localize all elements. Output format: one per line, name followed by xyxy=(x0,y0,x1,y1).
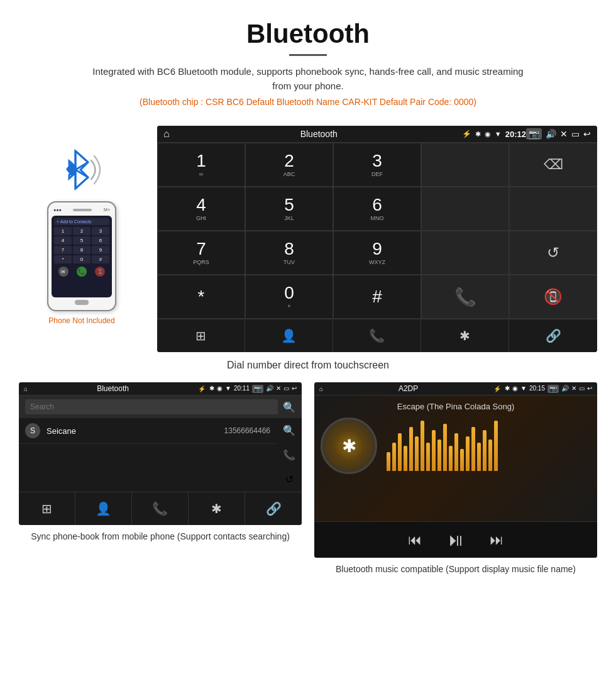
key-call-red[interactable]: 📵 xyxy=(509,275,597,319)
music-home-icon: ⌂ xyxy=(319,385,323,392)
visualizer-bar xyxy=(449,446,453,471)
key-redial[interactable]: ↺ xyxy=(509,231,597,275)
home-icon: ⌂ xyxy=(163,128,170,140)
music-controls: ⏮ ⏯ ⏭ xyxy=(314,521,597,558)
play-pause-button[interactable]: ⏯ xyxy=(447,529,465,550)
pb-bn-call[interactable]: 📞 xyxy=(132,492,189,525)
visualizer-bar xyxy=(421,421,424,471)
pb-side-search-icon[interactable]: 🔍 xyxy=(283,424,295,436)
back-icon: ↩ xyxy=(583,129,591,139)
key-5[interactable]: 5JKL xyxy=(245,187,333,231)
dialpad-grid: 1∞ 2ABC 3DEF ⌫ 4GHI 5JKL 6MNO xyxy=(157,143,597,319)
visualizer-bar xyxy=(471,427,475,471)
key-6[interactable]: 6MNO xyxy=(333,187,421,231)
music-back-icon: ↩ xyxy=(587,385,592,393)
dialpad-screen-title: Bluetooth xyxy=(176,129,462,139)
pb-search-bar: 🔍 xyxy=(19,396,302,418)
key-9[interactable]: 9WXYZ xyxy=(333,231,421,275)
phone-not-included-label: Phone Not Included xyxy=(48,316,114,325)
phone-illustration: ⬧ ●●● M> xyxy=(19,126,145,325)
key-2[interactable]: 2ABC xyxy=(245,143,333,187)
phonebook-screenshot-wrap: ⌂ Bluetooth ⚡ ✱ ◉ ▼ 20:11 📷 🔊 ✕ ▭ ↩ xyxy=(19,382,302,576)
visualizer-bar xyxy=(404,446,407,471)
key-4[interactable]: 4GHI xyxy=(157,187,245,231)
key-0[interactable]: 0+ xyxy=(245,275,333,319)
visualizer-bar xyxy=(477,443,481,471)
key-star[interactable]: * xyxy=(157,275,245,319)
music-usb-icon: ⚡ xyxy=(493,385,501,392)
phonebook-screen: ⌂ Bluetooth ⚡ ✱ ◉ ▼ 20:11 📷 🔊 ✕ ▭ ↩ xyxy=(19,382,302,525)
contact-phone: 13566664466 xyxy=(224,426,270,435)
bn-contacts-icon[interactable]: 👤 xyxy=(245,319,333,352)
pb-bn-dialpad[interactable]: ⊞ xyxy=(19,492,75,525)
bn-link-icon[interactable]: 🔗 xyxy=(509,319,597,352)
visualizer-bar xyxy=(392,443,396,471)
pb-bn-link[interactable]: 🔗 xyxy=(245,492,302,525)
main-section: ⬧ ●●● M> xyxy=(0,126,616,352)
pb-bottom-nav: ⊞ 👤 📞 ✱ 🔗 xyxy=(19,492,302,525)
pb-screen-title: Bluetooth xyxy=(31,384,194,393)
pb-cam-icon: 📷 xyxy=(252,385,263,393)
key-call-green[interactable]: 📞 xyxy=(421,275,509,319)
visualizer-bar xyxy=(409,427,413,471)
key-empty-4 xyxy=(421,231,509,275)
pb-content-row: S Seicane 13566664466 🔍 📞 ↺ xyxy=(19,418,302,492)
visualizer-bar xyxy=(466,436,470,471)
pb-back-icon: ↩ xyxy=(292,385,297,393)
visualizer-bar xyxy=(398,433,402,471)
pb-home-icon: ⌂ xyxy=(24,385,28,392)
next-button[interactable]: ⏭ xyxy=(490,532,503,548)
music-close-icon: ✕ xyxy=(571,385,576,393)
contact-name: Seicane xyxy=(47,426,224,436)
album-bt-icon: ✱ xyxy=(342,436,356,456)
caption-dialpad: Dial number direct from touchscreen xyxy=(0,360,616,371)
pb-sig-icon: ▼ xyxy=(225,385,231,393)
status-time: 20:12 xyxy=(505,130,526,139)
music-vol-icon: 🔊 xyxy=(561,385,569,393)
pb-loc-icon: ◉ xyxy=(217,385,223,393)
key-8[interactable]: 8TUV xyxy=(245,231,333,275)
location-icon: ◉ xyxy=(485,130,491,138)
pb-side-icons: 🔍 📞 ↺ xyxy=(277,418,302,492)
key-1[interactable]: 1∞ xyxy=(157,143,245,187)
title-underline xyxy=(289,54,327,56)
pb-usb-icon: ⚡ xyxy=(198,385,206,392)
key-hash[interactable]: # xyxy=(333,275,421,319)
music-bt-icon: ✱ xyxy=(505,385,510,393)
key-7[interactable]: 7PQRS xyxy=(157,231,245,275)
phone-mockup: ●●● M> + Add to Contacts 123 456 789 *0#… xyxy=(47,201,116,311)
pb-close-icon: ✕ xyxy=(276,385,281,393)
contact-row-seicane[interactable]: S Seicane 13566664466 xyxy=(19,418,277,444)
music-time: 20:15 xyxy=(529,385,545,393)
page-description: Integrated with BC6 Bluetooth module, su… xyxy=(88,65,528,93)
visualizer-bar xyxy=(432,430,436,471)
visualizer-bar xyxy=(460,449,464,471)
music-cam-icon: 📷 xyxy=(547,385,559,393)
signal-icon: ▼ xyxy=(495,130,502,138)
pb-search-input[interactable] xyxy=(25,399,278,414)
music-screenshot-wrap: ⌂ A2DP ⚡ ✱ ◉ ▼ 20:15 📷 🔊 ✕ ▭ ↩ Escape (T… xyxy=(314,382,597,576)
music-win-icon: ▭ xyxy=(579,385,585,393)
pb-bn-bt[interactable]: ✱ xyxy=(189,492,245,525)
status-icons: ✱ ◉ ▼ 20:12 xyxy=(475,130,526,139)
music-status-bar: ⌂ A2DP ⚡ ✱ ◉ ▼ 20:15 📷 🔊 ✕ ▭ ↩ xyxy=(314,382,597,396)
right-icons: 📷 🔊 ✕ ▭ ↩ xyxy=(526,128,591,140)
camera-icon: 📷 xyxy=(526,128,542,140)
music-screen: ⌂ A2DP ⚡ ✱ ◉ ▼ 20:15 📷 🔊 ✕ ▭ ↩ Escape (T… xyxy=(314,382,597,558)
key-3[interactable]: 3DEF xyxy=(333,143,421,187)
pb-search-icon[interactable]: 🔍 xyxy=(283,401,295,413)
pb-bn-contacts[interactable]: 👤 xyxy=(75,492,132,525)
music-screen-title: A2DP xyxy=(327,384,490,393)
bn-dialpad-icon[interactable]: ⊞ xyxy=(157,319,245,352)
visualizer-bar xyxy=(387,452,390,471)
key-backspace[interactable]: ⌫ xyxy=(509,143,597,187)
visualizer-bar xyxy=(483,430,487,471)
pb-side-call-icon[interactable]: 📞 xyxy=(283,449,295,461)
prev-button[interactable]: ⏮ xyxy=(408,532,422,548)
bn-bluetooth-icon[interactable]: ✱ xyxy=(421,319,509,352)
music-loc-icon: ◉ xyxy=(512,385,518,393)
pb-side-redial-icon[interactable]: ↺ xyxy=(285,473,294,485)
bn-call-icon[interactable]: 📞 xyxy=(333,319,421,352)
pb-status-bar: ⌂ Bluetooth ⚡ ✱ ◉ ▼ 20:11 📷 🔊 ✕ ▭ ↩ xyxy=(19,382,302,396)
caption-music: Bluetooth music compatible (Support disp… xyxy=(336,563,576,576)
